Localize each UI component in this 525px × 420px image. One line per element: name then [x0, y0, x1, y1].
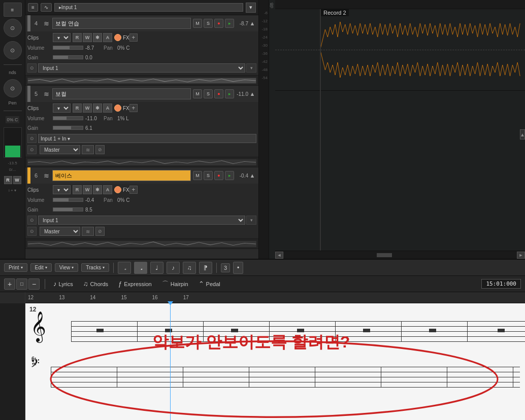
track-6-top: 6 ≋ 베이스 M S ● ▸ -0.4 ▲ — [25, 167, 258, 184]
track-4-vol-slider[interactable] — [53, 46, 83, 50]
track-5-x[interactable]: ✱ — [93, 103, 102, 113]
zoom-btns: + □ − — [4, 278, 40, 290]
track-6-w[interactable]: W — [83, 185, 92, 194]
input-label[interactable]: ▸Input 1 — [54, 3, 243, 12]
track-5-controls: M S ● ▸ — [193, 89, 234, 98]
sidebar-circle-btn3[interactable]: ⊙ — [4, 79, 22, 97]
print-btn[interactable]: Print ▾ — [4, 263, 27, 272]
track-4-input-dropdown[interactable]: Input 1 — [38, 63, 245, 73]
track-5-clips-dropdown[interactable]: ▾ — [53, 103, 71, 113]
vu-label-12: -12 — [259, 17, 269, 25]
track-6-record[interactable]: ● — [214, 171, 223, 180]
zoom-reset-btn[interactable]: □ — [16, 278, 27, 290]
track-4-solo[interactable]: S — [204, 19, 213, 28]
track-5-phase-btn[interactable]: ⊘ — [95, 145, 105, 154]
track-5-arrow-up[interactable]: ▲ — [248, 90, 256, 98]
view-btn[interactable]: View ▾ — [55, 263, 79, 272]
track-4-a[interactable]: A — [103, 33, 112, 42]
track-6-x[interactable]: ✱ — [93, 185, 102, 194]
track-6-r[interactable]: R — [73, 185, 82, 194]
tracks-btn[interactable]: Tracks ▾ — [81, 263, 109, 272]
track-4-name[interactable]: 보컬 연습 — [52, 18, 191, 29]
track-5-record[interactable]: ● — [214, 89, 223, 98]
track-5-input-icon: ⊙ — [27, 134, 37, 143]
track-4-record[interactable]: ● — [214, 19, 223, 28]
note-btn-2[interactable]: 𝅘 — [134, 262, 147, 274]
note-btn-6[interactable]: ⁋ — [199, 262, 212, 274]
track-6-arrow-up[interactable]: ▲ — [248, 171, 256, 180]
track-4-rwx: R W ✱ A — [73, 33, 112, 42]
track-6-name[interactable]: 베이스 — [52, 170, 191, 181]
track-6-input-arrow[interactable]: ▾ — [246, 216, 256, 225]
note-btn-5[interactable]: ♫ — [183, 262, 196, 274]
track-5-mute[interactable]: M — [193, 89, 202, 98]
track-4-x[interactable]: ✱ — [93, 33, 102, 42]
pedal-tool[interactable]: ⌃ Pedal — [195, 279, 223, 289]
num-btn[interactable]: 3 — [221, 263, 230, 272]
bass-bar-3 — [249, 367, 249, 387]
sidebar-hamburger[interactable]: ≡ — [4, 3, 22, 17]
input-arrow-btn[interactable]: ▾ — [246, 3, 256, 13]
track-6-a[interactable]: A — [103, 185, 112, 194]
sidebar-circle-btn2[interactable]: ⊙ — [4, 41, 22, 59]
resize-handle[interactable]: ▲ — [520, 129, 525, 139]
header-hamburger-btn[interactable]: ≡ — [28, 3, 38, 12]
track-4-gain-slider[interactable] — [53, 55, 83, 59]
zoom-in-btn[interactable]: + — [4, 278, 15, 290]
track-6-mute[interactable]: M — [193, 171, 202, 180]
track-5-input-dropdown[interactable]: Input 1 + In ▾ — [38, 134, 256, 143]
mark-17: 17 — [183, 295, 189, 300]
track-6-solo[interactable]: S — [204, 171, 213, 180]
track-6-add[interactable]: + — [129, 186, 138, 194]
track-5-fx-toggle[interactable] — [114, 104, 121, 112]
note-btn-3[interactable]: ♩ — [150, 262, 163, 274]
track-6-input-dropdown[interactable]: Input 1 — [38, 216, 245, 225]
waveform-track-4 — [275, 9, 525, 90]
chords-tool[interactable]: ♫ Chords — [80, 279, 111, 289]
track-4-clips-dropdown[interactable]: ▾ — [53, 33, 71, 42]
track-5-fx-label: FX — [123, 106, 129, 111]
edit-btn[interactable]: Edit ▾ — [30, 263, 52, 272]
track-5-r[interactable]: R — [73, 103, 82, 113]
zoom-out-btn[interactable]: − — [28, 278, 40, 290]
sidebar-circle-btn[interactable]: ⊙ — [4, 19, 22, 37]
track-4-monitor[interactable]: ▸ — [225, 19, 234, 28]
track-6-fx-toggle[interactable] — [114, 186, 121, 193]
lyrics-tool[interactable]: ♪ Lyrics — [50, 279, 76, 289]
track-6-gain-slider[interactable] — [53, 207, 83, 212]
expression-tool[interactable]: ƒ Expression — [115, 279, 155, 289]
note-btn-1[interactable]: 𝅗 — [118, 262, 131, 274]
track-5-name[interactable]: 보컬 — [52, 88, 191, 99]
w-btn[interactable]: W — [13, 176, 21, 184]
dot-btn[interactable]: • — [233, 262, 243, 274]
score-content[interactable]: 12 𝄞 — [25, 303, 525, 420]
track-6-monitor[interactable]: ▸ — [225, 171, 234, 180]
track-4-mute[interactable]: M — [193, 19, 202, 28]
track-5-a[interactable]: A — [103, 103, 112, 113]
scroll-right[interactable]: ► — [517, 252, 525, 259]
hairpin-tool[interactable]: ⌒ Hairpin — [159, 278, 191, 290]
track-6-master-dropdown[interactable]: Master — [40, 227, 80, 236]
scroll-left[interactable]: ◄ — [275, 252, 283, 259]
track-4-input-arrow[interactable]: ▾ — [246, 63, 256, 73]
track-5-master-dropdown[interactable]: Master — [40, 145, 80, 154]
track-6-vol-slider[interactable] — [53, 198, 83, 202]
track-5-add[interactable]: + — [129, 104, 138, 112]
track-5-monitor[interactable]: ▸ — [225, 89, 234, 98]
track-5-vol-slider[interactable] — [53, 116, 83, 120]
track-4-r[interactable]: R — [73, 33, 82, 42]
track-5-w[interactable]: W — [83, 103, 92, 113]
track-6-phase-btn[interactable]: ⊘ — [95, 227, 105, 236]
track-4-add[interactable]: + — [129, 33, 138, 42]
track-5-solo[interactable]: S — [204, 89, 213, 98]
track-6-clips-dropdown[interactable]: ▾ — [53, 185, 71, 194]
header-wave-btn[interactable]: ∿ — [41, 3, 52, 12]
scroll-thumb[interactable] — [377, 253, 392, 257]
scroll-track[interactable] — [284, 253, 516, 257]
track-4-fx-toggle[interactable] — [114, 34, 121, 41]
note-btn-4[interactable]: ♪ — [167, 262, 180, 274]
track-5-gain-slider[interactable] — [53, 126, 83, 130]
track-4-w[interactable]: W — [83, 33, 92, 42]
r-btn[interactable]: R — [4, 176, 12, 184]
track-4-arrow-up[interactable]: ▲ — [248, 19, 256, 27]
